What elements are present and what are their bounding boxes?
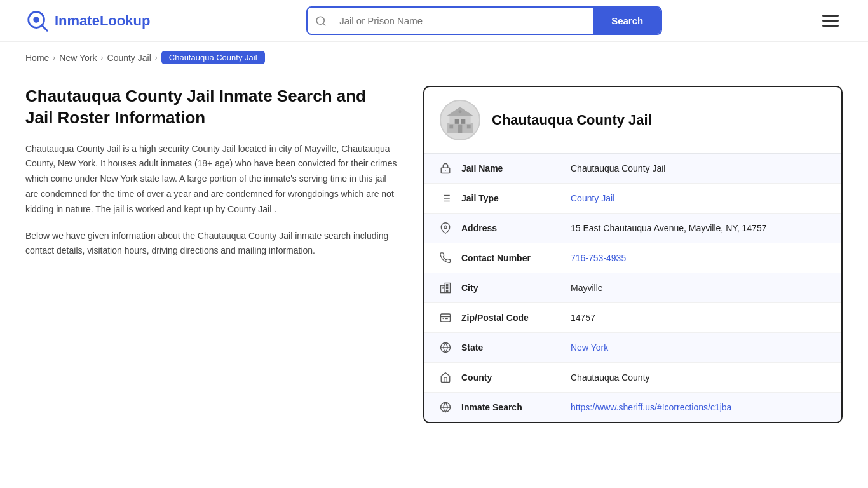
table-row: Jail TypeCounty Jail (424, 184, 841, 214)
row-value: Chautauqua County Jail (571, 163, 829, 173)
breadcrumb-chevron-1: › (53, 53, 55, 62)
row-value[interactable]: https://www.sheriff.us/#!corrections/c1j… (571, 402, 829, 412)
svg-rect-9 (461, 119, 466, 124)
breadcrumb-chevron-2: › (101, 53, 104, 62)
row-value[interactable]: New York (571, 342, 829, 353)
breadcrumb-type[interactable]: County Jail (107, 53, 151, 63)
svg-rect-27 (447, 285, 448, 286)
card-jail-name: Chautauqua County Jail (492, 112, 652, 128)
row-value: Mayville (571, 283, 829, 293)
svg-rect-6 (449, 116, 470, 124)
row-value: 14757 (571, 313, 829, 323)
jail-icon (437, 163, 454, 174)
page-title: Chautauqua County Jail Inmate Search and… (25, 86, 398, 129)
jail-avatar (440, 100, 480, 140)
table-row: CountyChautauqua County (424, 363, 841, 393)
row-value: 15 East Chautauqua Avenue, Mayville, NY,… (571, 223, 829, 233)
table-row: CityMayville (424, 273, 841, 303)
svg-point-13 (459, 110, 462, 113)
search-input[interactable] (334, 9, 593, 32)
card-header: Chautauqua County Jail (424, 87, 841, 154)
svg-rect-11 (449, 125, 453, 129)
svg-point-2 (33, 17, 39, 22)
phone-icon (437, 252, 454, 264)
city-icon (437, 282, 454, 294)
breadcrumb: Home › New York › County Jail › Chautauq… (0, 42, 868, 73)
hamburger-menu[interactable] (818, 11, 843, 30)
row-label: Jail Name (461, 163, 563, 173)
row-label: Jail Type (461, 193, 563, 203)
row-label: Contact Number (461, 253, 563, 263)
left-content: Chautauqua County Jail Inmate Search and… (25, 86, 398, 259)
table-row: StateNew York (424, 333, 841, 363)
breadcrumb-home[interactable]: Home (25, 53, 49, 63)
page-description-1: Chautauqua County Jail is a high securit… (25, 142, 398, 217)
main-content: Chautauqua County Jail Inmate Search and… (0, 73, 868, 449)
breadcrumb-state[interactable]: New York (59, 53, 97, 63)
row-label: Address (461, 223, 563, 233)
row-value[interactable]: 716-753-4935 (571, 253, 829, 263)
address-icon (437, 222, 454, 234)
search-bar: Search (306, 6, 662, 35)
row-value: Chautauqua County (571, 372, 829, 383)
table-row: Inmate Searchhttps://www.sheriff.us/#!co… (424, 393, 841, 422)
svg-rect-28 (447, 287, 448, 288)
svg-line-4 (323, 23, 325, 25)
type-icon (437, 193, 454, 204)
row-label: County (461, 372, 563, 383)
breadcrumb-current: Chautauqua County Jail (161, 51, 265, 64)
svg-rect-10 (458, 125, 463, 133)
search-bar-icon (308, 9, 334, 33)
svg-line-1 (42, 25, 48, 30)
table-row: Jail NameChautauqua County Jail (424, 154, 841, 184)
table-row: Address15 East Chautauqua Avenue, Mayvil… (424, 214, 841, 243)
row-value[interactable]: County Jail (571, 193, 829, 203)
svg-rect-26 (442, 287, 444, 288)
svg-point-22 (444, 226, 447, 229)
table-row: Contact Number716-753-4935 (424, 243, 841, 273)
inmate-icon (437, 402, 454, 413)
svg-rect-12 (467, 125, 471, 129)
info-table: Jail NameChautauqua County JailJail Type… (424, 154, 841, 422)
county-icon (437, 372, 454, 383)
jail-info-card: Chautauqua County Jail Jail NameChautauq… (423, 86, 843, 423)
breadcrumb-chevron-3: › (155, 53, 158, 62)
header: InmateLookup Search (0, 0, 868, 42)
zip-icon (437, 312, 454, 323)
row-label: Inmate Search (461, 402, 563, 412)
state-icon (437, 342, 454, 353)
search-button[interactable]: Search (593, 8, 661, 34)
page-description-2: Below we have given information about th… (25, 229, 398, 259)
svg-rect-8 (455, 119, 459, 124)
row-label: Zip/Postal Code (461, 313, 563, 323)
table-row: Zip/Postal Code14757 (424, 303, 841, 333)
row-label: State (461, 342, 563, 353)
svg-rect-29 (447, 290, 448, 292)
logo-link[interactable]: InmateLookup (25, 9, 150, 33)
logo-text: InmateLookup (55, 13, 150, 29)
logo-icon (25, 9, 50, 33)
row-label: City (461, 283, 563, 293)
svg-rect-30 (441, 314, 451, 322)
